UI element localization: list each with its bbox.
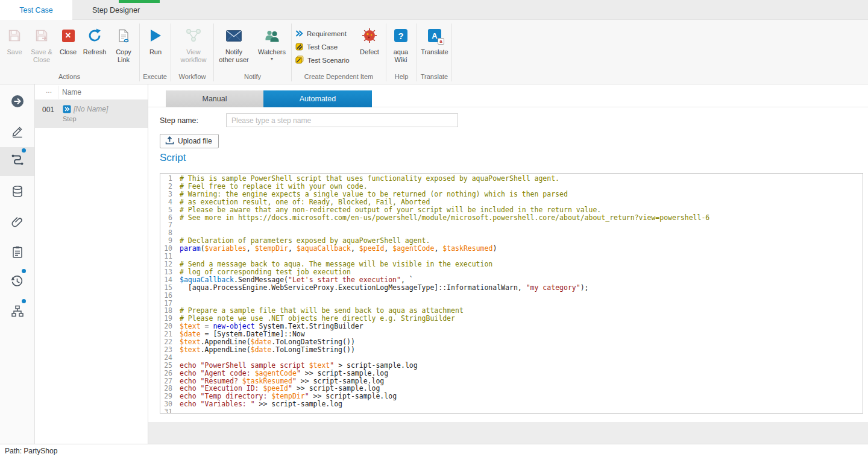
upload-file-button[interactable]: Upload file bbox=[160, 134, 219, 148]
tab-automated-label: Automated bbox=[300, 95, 336, 103]
ribbon-group-actions: Actions bbox=[0, 73, 139, 81]
ribbon: Save Save & Close × Close Refresh Copy L… bbox=[0, 20, 868, 84]
save-button[interactable]: Save bbox=[2, 25, 27, 69]
sidebar-item-edit[interactable] bbox=[0, 118, 34, 147]
script-heading: Script bbox=[160, 152, 186, 164]
content-footer-band bbox=[148, 422, 868, 444]
sidebar-item-dependencies[interactable] bbox=[0, 298, 34, 327]
ribbon-group-execute: Execute bbox=[140, 73, 170, 81]
sidebar-item-data[interactable] bbox=[0, 178, 34, 207]
automated-step-icon bbox=[63, 105, 71, 116]
run-icon bbox=[151, 30, 161, 42]
paperclip-icon bbox=[11, 215, 24, 231]
step-type-text: Step bbox=[63, 115, 77, 122]
copy-link-button[interactable]: Copy Link bbox=[110, 25, 137, 69]
window-tab-bar: Test Case Step Designer bbox=[0, 0, 868, 20]
sidebar-item-steps[interactable] bbox=[0, 147, 34, 176]
steps-panel-header: ... Name bbox=[35, 84, 148, 100]
test-case-icon bbox=[295, 43, 303, 52]
save-icon bbox=[7, 25, 22, 46]
notification-dot bbox=[22, 269, 26, 273]
translate-button[interactable]: Aa Translate bbox=[419, 25, 450, 69]
sidebar bbox=[0, 84, 35, 444]
sitemap-icon bbox=[11, 304, 24, 320]
tab-manual[interactable]: Manual bbox=[166, 90, 263, 107]
create-defect-label: Defect bbox=[360, 48, 379, 56]
step-name-text: [No Name] bbox=[74, 105, 108, 113]
status-path-text: Path: PartyShop bbox=[5, 447, 57, 455]
step-list-item[interactable]: 001 [No Name] Step bbox=[35, 100, 148, 128]
window-tab-test-case-label: Test Case bbox=[19, 6, 53, 14]
refresh-label: Refresh bbox=[83, 48, 107, 56]
step-name-label: Step name: bbox=[160, 116, 198, 125]
close-button[interactable]: × Close bbox=[57, 25, 80, 69]
translate-label: Translate bbox=[421, 48, 448, 56]
ribbon-group-create-dependent-item: Create Dependent Item bbox=[292, 73, 386, 81]
aqua-wiki-label: aqua Wiki bbox=[388, 48, 414, 64]
save-and-close-icon bbox=[34, 25, 49, 46]
clipboard-icon bbox=[11, 245, 24, 261]
aqua-wiki-button[interactable]: ? aqua Wiki bbox=[388, 25, 414, 69]
step-number: 001 bbox=[42, 106, 54, 114]
sidebar-item-go[interactable] bbox=[0, 88, 34, 117]
save-and-close-button[interactable]: Save & Close bbox=[27, 25, 57, 69]
run-button[interactable]: Run bbox=[142, 25, 169, 69]
sidebar-item-history[interactable] bbox=[0, 268, 34, 297]
create-requirement-button[interactable]: Requirement bbox=[295, 28, 347, 40]
test-scenario-icon bbox=[295, 55, 304, 65]
code-lines[interactable]: # This is sample PowerShell script that … bbox=[176, 174, 709, 413]
view-workflow-button[interactable]: View workflow bbox=[174, 25, 213, 69]
tab-manual-label: Manual bbox=[203, 95, 227, 103]
steps-flow-icon bbox=[10, 153, 25, 170]
tab-automated[interactable]: Automated bbox=[263, 90, 372, 107]
create-test-case-label: Test Case bbox=[307, 43, 338, 51]
notification-dot bbox=[22, 148, 26, 153]
database-icon bbox=[11, 185, 24, 201]
ribbon-group-help: Help bbox=[386, 73, 417, 81]
save-and-close-label: Save & Close bbox=[27, 48, 57, 64]
save-label: Save bbox=[7, 48, 22, 56]
step-name-input[interactable] bbox=[226, 113, 458, 127]
ribbon-group-translate: Translate bbox=[417, 73, 451, 81]
defect-bug-icon bbox=[362, 25, 377, 46]
window-tab-test-case[interactable]: Test Case bbox=[0, 0, 72, 20]
watchers-label: Watchers bbox=[258, 48, 286, 56]
close-icon: × bbox=[62, 30, 75, 42]
ribbon-group-notify: Notify bbox=[214, 73, 291, 81]
translate-icon: Aa bbox=[428, 29, 441, 42]
create-test-scenario-label: Test Scenario bbox=[307, 57, 350, 64]
history-clock-icon bbox=[10, 274, 24, 291]
envelope-icon bbox=[226, 25, 242, 46]
close-label: Close bbox=[60, 48, 77, 56]
script-editor[interactable]: 1234567891011121314151617181920212223242… bbox=[160, 173, 863, 414]
watchers-button[interactable]: Watchers ▼ bbox=[254, 25, 289, 69]
progress-indicator bbox=[119, 0, 160, 3]
watchers-icon bbox=[264, 25, 280, 46]
steps-column-options[interactable]: ... bbox=[46, 86, 52, 95]
ribbon-separator bbox=[451, 24, 452, 81]
chevron-down-icon: ▼ bbox=[270, 57, 274, 61]
step-detail-content: Manual Automated Step name: Upload file … bbox=[148, 84, 868, 422]
notify-other-user-button[interactable]: Notify other user bbox=[217, 25, 251, 69]
workflow-icon bbox=[185, 25, 202, 46]
refresh-icon bbox=[87, 25, 102, 46]
upload-file-label: Upload file bbox=[178, 137, 212, 145]
go-arrow-icon bbox=[10, 94, 25, 111]
app-window: Test Case Step Designer Save Save & Clos… bbox=[0, 0, 868, 457]
notify-other-user-label: Notify other user bbox=[217, 48, 251, 64]
create-test-scenario-button[interactable]: Test Scenario bbox=[295, 54, 350, 66]
help-question-icon: ? bbox=[394, 29, 407, 42]
sidebar-item-attachments[interactable] bbox=[0, 209, 34, 238]
create-requirement-label: Requirement bbox=[307, 30, 347, 37]
create-defect-button[interactable]: Defect bbox=[356, 25, 383, 69]
steps-column-name: Name bbox=[62, 88, 81, 96]
steps-panel: ... Name 001 [No Name] Step bbox=[35, 84, 148, 444]
status-bar: Path: PartyShop bbox=[0, 444, 868, 457]
create-test-case-button[interactable]: Test Case bbox=[295, 41, 338, 53]
sidebar-item-checklist[interactable] bbox=[0, 239, 34, 268]
refresh-button[interactable]: Refresh bbox=[80, 25, 110, 69]
notification-dot bbox=[22, 299, 26, 303]
ribbon-group-workflow: Workflow bbox=[171, 73, 213, 81]
window-tab-step-designer-label: Step Designer bbox=[92, 6, 140, 14]
upload-icon bbox=[165, 136, 174, 147]
